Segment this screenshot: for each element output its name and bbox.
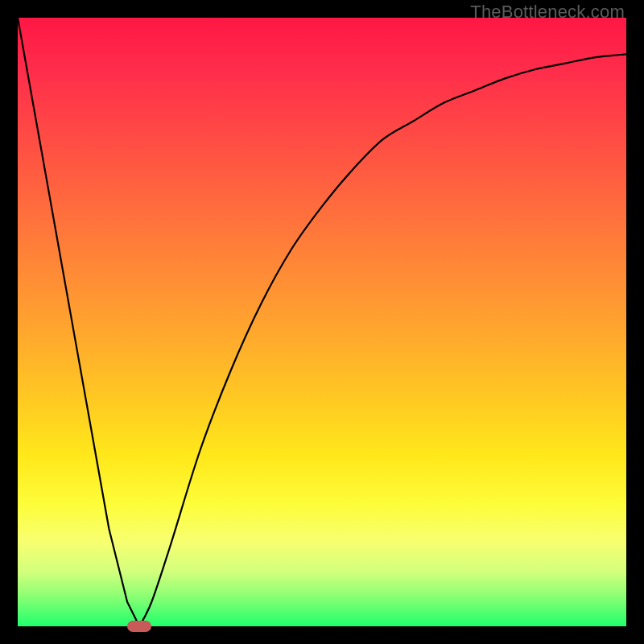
bottleneck-curve: [18, 18, 626, 626]
plot-area: [18, 18, 626, 626]
chart-container: TheBottleneck.com: [0, 0, 644, 644]
optimal-range-marker: [127, 621, 151, 632]
